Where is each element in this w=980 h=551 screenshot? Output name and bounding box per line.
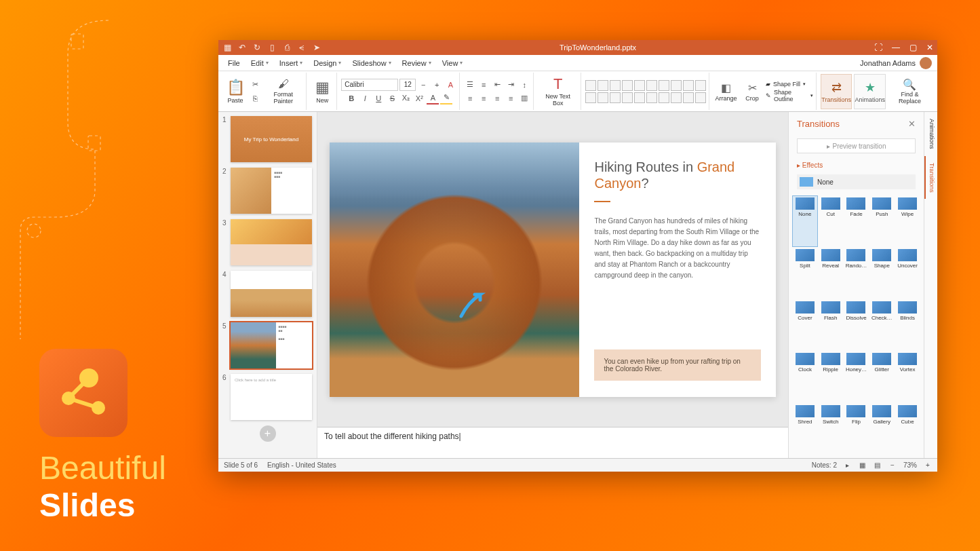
align-left-icon[interactable]: ≡: [464, 92, 476, 104]
play-view-icon[interactable]: ▸: [844, 461, 852, 470]
font-size-select[interactable]: 12: [399, 79, 416, 91]
shape-r10-icon[interactable]: [695, 92, 706, 103]
minimize-icon[interactable]: —: [892, 43, 900, 52]
transition-glitter[interactable]: Glitter: [869, 352, 894, 402]
shape-more-icon[interactable]: [695, 80, 706, 91]
shape-r4-icon[interactable]: [622, 92, 633, 103]
thumb-4[interactable]: [231, 271, 312, 317]
normal-view-icon[interactable]: ▦: [859, 461, 867, 470]
avatar[interactable]: [920, 57, 932, 69]
vtab-transitions[interactable]: Transitions: [924, 156, 937, 200]
thumb-3[interactable]: [231, 219, 312, 265]
shape-oval-icon[interactable]: [646, 80, 657, 91]
thumb-2[interactable]: ■■■■■■■: [231, 168, 312, 214]
transition-vortex[interactable]: Vortex: [895, 352, 920, 402]
menu-insert[interactable]: Insert▾: [275, 58, 307, 69]
numbering-icon[interactable]: ≡: [477, 79, 490, 91]
increase-size-icon[interactable]: +: [431, 79, 443, 91]
vtab-animations[interactable]: Animations: [924, 112, 937, 156]
transition-shape[interactable]: Shape: [869, 248, 894, 298]
transitions-pane-button[interactable]: ⇄Transitions: [821, 74, 852, 109]
subscript-icon[interactable]: X₂: [399, 92, 412, 104]
transition-cut[interactable]: Cut: [819, 196, 843, 246]
shape-r1-icon[interactable]: [585, 92, 596, 103]
shape-elbow-icon[interactable]: [622, 80, 633, 91]
menu-file[interactable]: File: [224, 58, 244, 69]
menu-slideshow[interactable]: Slideshow▾: [348, 58, 395, 69]
menu-design[interactable]: Design▾: [309, 58, 345, 69]
transition-cube[interactable]: Cube: [895, 404, 920, 454]
add-slide-button[interactable]: +: [260, 425, 276, 442]
sorter-view-icon[interactable]: ▤: [874, 461, 882, 470]
shape-rect-icon[interactable]: [634, 80, 645, 91]
transition-cover[interactable]: Cover: [793, 300, 817, 350]
underline-icon[interactable]: U: [372, 92, 385, 104]
new-slide-button[interactable]: ▦New: [311, 74, 334, 109]
language-label[interactable]: English - United States: [267, 461, 336, 469]
transition-blinds[interactable]: Blinds: [895, 300, 920, 350]
line-spacing-icon[interactable]: ↕: [518, 79, 530, 91]
close-panel-icon[interactable]: ✕: [908, 119, 916, 129]
shape-r9-icon[interactable]: [683, 92, 694, 103]
columns-icon[interactable]: ▥: [518, 92, 530, 104]
shape-star-icon[interactable]: [671, 80, 682, 91]
transition-fade[interactable]: Fade: [844, 196, 869, 246]
shape-arrow-icon[interactable]: [597, 80, 608, 91]
current-slide[interactable]: Hiking Routes in Grand Canyon? The Grand…: [330, 142, 776, 397]
transition-shred[interactable]: Shred: [793, 404, 817, 454]
transition-check[interactable]: Check…: [869, 300, 894, 350]
thumb-1[interactable]: My Trip to Wonderland: [231, 116, 312, 162]
menu-view[interactable]: View▾: [438, 58, 467, 69]
paste-button[interactable]: 📋Paste: [224, 74, 247, 109]
font-name-select[interactable]: Calibri: [341, 79, 398, 91]
shape-outline-button[interactable]: ✎Shape Outline▾: [766, 89, 813, 102]
maximize-icon[interactable]: ▢: [909, 43, 917, 52]
format-painter-button[interactable]: 🖌Format Painter: [263, 74, 303, 109]
current-transition-select[interactable]: None: [797, 174, 916, 189]
canvas-area[interactable]: Hiking Routes in Grand Canyon? The Grand…: [317, 112, 788, 427]
new-textbox-button[interactable]: TNew Text Box: [538, 74, 578, 109]
menu-review[interactable]: Review▾: [398, 58, 435, 69]
decrease-size-icon[interactable]: −: [417, 79, 429, 91]
save-icon[interactable]: ▦: [222, 43, 232, 52]
zoom-in-icon[interactable]: +: [924, 461, 932, 470]
shape-r2-icon[interactable]: [597, 92, 608, 103]
font-color-icon[interactable]: A: [427, 92, 439, 104]
transition-flash[interactable]: Flash: [819, 300, 843, 350]
transition-push[interactable]: Push: [869, 196, 894, 246]
notes-input[interactable]: To tell about the different hiking paths: [317, 427, 788, 458]
shape-callout-icon[interactable]: [683, 80, 694, 91]
animations-pane-button[interactable]: ★Animations: [854, 74, 886, 109]
arrange-button[interactable]: ◧Arrange: [713, 74, 739, 109]
bold-icon[interactable]: B: [345, 92, 357, 104]
indent-icon[interactable]: ⇥: [505, 79, 517, 91]
transition-wipe[interactable]: Wipe: [895, 196, 920, 246]
outdent-icon[interactable]: ⇤: [491, 79, 503, 91]
preview-transition-button[interactable]: ▸Preview transition: [797, 138, 916, 153]
shape-r5-icon[interactable]: [634, 92, 645, 103]
transition-ripple[interactable]: Ripple: [819, 352, 843, 402]
notes-count[interactable]: Notes: 2: [812, 461, 837, 469]
find-replace-button[interactable]: 🔍Find & Replace: [888, 74, 932, 109]
shape-r8-icon[interactable]: [671, 92, 682, 103]
transition-flip[interactable]: Flip: [844, 404, 869, 454]
transition-uncover[interactable]: Uncover: [895, 248, 920, 298]
transition-rando[interactable]: Rando…: [844, 248, 869, 298]
transition-split[interactable]: Split: [793, 248, 817, 298]
close-icon[interactable]: ✕: [926, 43, 933, 52]
transition-honey[interactable]: Honey…: [844, 352, 869, 402]
cut-icon[interactable]: ✂: [249, 79, 261, 91]
slide-title[interactable]: Hiking Routes in Grand Canyon?: [594, 159, 761, 191]
shape-fill-button[interactable]: ▰Shape Fill▾: [766, 81, 813, 88]
justify-icon[interactable]: ≡: [505, 92, 517, 104]
superscript-icon[interactable]: X²: [413, 92, 425, 104]
slide-callout[interactable]: You can even hike up from your rafting t…: [594, 349, 761, 381]
undo-icon[interactable]: ↶: [237, 43, 247, 52]
shape-curve-icon[interactable]: [610, 80, 621, 91]
shape-r6-icon[interactable]: [646, 92, 657, 103]
shape-r3-icon[interactable]: [610, 92, 621, 103]
transition-dissolve[interactable]: Dissolve: [844, 300, 869, 350]
user-name[interactable]: Jonathan Adams: [860, 59, 916, 67]
crop-button[interactable]: ✂Crop: [741, 74, 764, 109]
bullets-icon[interactable]: ☰: [464, 79, 476, 91]
